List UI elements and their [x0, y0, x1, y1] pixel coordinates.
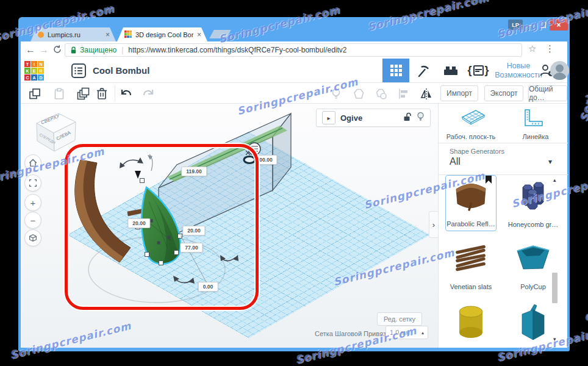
import-button[interactable]: Импорт	[440, 85, 478, 101]
workplane-icon	[461, 109, 486, 127]
generators-label: Shape Generators	[450, 148, 504, 155]
mirror-button[interactable]	[418, 86, 434, 102]
minecraft-export-button[interactable]	[410, 59, 437, 82]
tab-tinkercad-active[interactable]: 3D design Cool Bombul | ×	[117, 27, 207, 41]
security-label: Защищено	[80, 46, 117, 54]
generators-select[interactable]: All	[450, 156, 461, 167]
panel-collapse-button[interactable]: ›	[429, 211, 438, 238]
screenshot-root: Lumpics.ru × 3D design Cool Bombul | × L…	[0, 0, 588, 366]
bookmark-star-button[interactable]: ☆	[528, 43, 536, 54]
minimize-button[interactable]: –	[523, 20, 536, 30]
browser-menu-button[interactable]: ⋮	[545, 43, 554, 54]
visibility-button[interactable]	[417, 112, 425, 124]
edit-grid-button[interactable]: Ред. сетку	[377, 312, 422, 326]
caret-up-icon: ▴	[421, 330, 424, 336]
close-button[interactable]: ×	[550, 19, 568, 30]
tab-label: Lumpics.ru	[48, 31, 102, 38]
paste-button[interactable]	[51, 86, 67, 102]
unlock-icon	[403, 112, 412, 121]
dashboard-grid-button[interactable]	[382, 59, 409, 82]
shape-tile-polycup[interactable]: PolyCup	[507, 237, 559, 293]
ruler-tool[interactable]	[520, 109, 543, 131]
new-features-link[interactable]: Новые Возможности	[490, 62, 547, 80]
snap-grid-value: 1.0 мм	[390, 329, 410, 336]
header-divider	[21, 82, 567, 83]
forward-button[interactable]: →	[39, 43, 49, 57]
list-icon	[71, 63, 87, 79]
maximize-icon	[540, 22, 546, 28]
annotation-highlight	[65, 144, 259, 310]
back-button[interactable]: ←	[26, 43, 35, 57]
tab-close-icon[interactable]: ×	[197, 31, 201, 38]
profile-badge[interactable]: LP	[508, 20, 523, 30]
pickaxe-icon	[416, 63, 431, 78]
bulb-icon	[417, 112, 425, 121]
lock-button[interactable]	[403, 112, 412, 124]
maximize-button[interactable]	[537, 20, 549, 30]
shape-tile-cylinder[interactable]	[445, 300, 497, 347]
grid-icon	[390, 65, 402, 76]
shape-tile-parabolic[interactable]: Parabolic Refl…	[445, 175, 497, 231]
shape-tile-label: Honeycomb gr…	[507, 221, 559, 228]
share-button[interactable]: Общий до…	[528, 85, 567, 101]
brace-left-icon: {	[467, 64, 471, 77]
shape-tile-honeycomb[interactable]: Honeycomb gr…	[507, 175, 559, 231]
polycup-thumb	[514, 240, 552, 279]
mirror-icon	[419, 87, 434, 101]
brick-export-button[interactable]	[437, 59, 464, 82]
export-button[interactable]: Экспорт	[484, 85, 523, 101]
light-toggle-button[interactable]	[328, 86, 344, 102]
copy-button[interactable]	[27, 86, 43, 102]
code-block-icon	[473, 65, 484, 76]
delete-button[interactable]	[94, 86, 110, 102]
watermark: Soringpcrepair.com	[578, 0, 588, 123]
workplane-tool[interactable]	[461, 109, 486, 129]
shape-tile-label: Venetian slats	[445, 283, 497, 290]
shapes-sidebar: Рабоч. плоск-ть Линейка Shape Generators…	[438, 104, 567, 348]
codeblocks-button[interactable]: { }	[465, 59, 492, 82]
padlock-icon	[70, 46, 77, 54]
properties-list-button[interactable]	[71, 63, 87, 81]
cylinder-thumb	[452, 302, 490, 347]
tinkercad-logo[interactable]: TINKERCAD	[24, 61, 45, 81]
snap-grid-select[interactable]: 1.0 мм ▴	[385, 326, 428, 339]
hole-shape-button[interactable]	[373, 86, 389, 102]
group-panel: ▸ Ogive	[316, 109, 431, 127]
group-name: Ogive	[340, 113, 398, 123]
copy-icon	[28, 87, 41, 101]
fin-thumb	[514, 302, 552, 347]
url-divider: |	[121, 46, 123, 54]
venetian-slats-thumb	[452, 240, 490, 279]
tab-label: 3D design Cool Bombul |	[135, 31, 193, 38]
ruler-icon	[520, 109, 543, 128]
shape-tile-label: PolyCup	[507, 283, 559, 290]
solid-shape-button[interactable]	[351, 86, 367, 102]
redo-button[interactable]	[140, 86, 156, 102]
shape-hole-icon	[375, 87, 388, 101]
brace-right-icon: }	[485, 64, 489, 77]
address-bar[interactable]: Защищено | https://www.tinkercad.com/thi…	[65, 43, 522, 57]
scroll-down-button[interactable]: ▾	[553, 336, 556, 342]
avatar[interactable]	[550, 61, 569, 80]
undo-icon	[119, 87, 134, 101]
shape-tile-fin[interactable]	[507, 300, 559, 347]
tab-close-icon[interactable]: ×	[106, 31, 110, 38]
workplane-label: Рабоч. плоск-ть	[439, 133, 503, 140]
avatar-silhouette-icon	[550, 61, 569, 80]
bulb-icon	[329, 87, 343, 101]
duplicate-button[interactable]	[76, 86, 91, 102]
redo-icon	[141, 87, 156, 101]
tab-lumpics[interactable]: Lumpics.ru ×	[30, 27, 116, 41]
align-button[interactable]	[396, 86, 412, 102]
view-cube[interactable]: СВЕРХУ СПЕРЕДИ СЛЕВА	[37, 113, 76, 151]
scrollbar-thumb[interactable]	[552, 273, 558, 303]
scroll-up-button[interactable]: ▴	[553, 177, 556, 183]
refresh-button[interactable]	[52, 45, 62, 57]
trash-icon	[95, 87, 109, 101]
align-icon	[397, 87, 411, 101]
shape-tile-venetian[interactable]: Venetian slats	[445, 237, 497, 293]
expand-group-button[interactable]: ▸	[322, 111, 335, 124]
shape-tile-label: Parabolic Refl…	[446, 220, 496, 228]
undo-button[interactable]	[118, 86, 134, 102]
caret-down-icon[interactable]: ▾	[548, 157, 552, 166]
